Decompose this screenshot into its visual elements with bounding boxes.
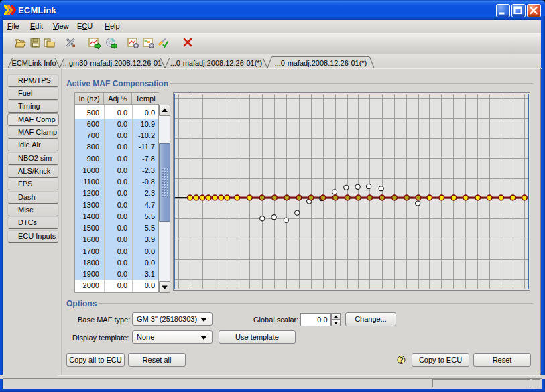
svg-text:...gm30-mafadj.2008.12.26-01: ...gm30-mafadj.2008.12.26-01	[63, 59, 162, 67]
svg-text:...0-mafadj.2008.12.26-01(*): ...0-mafadj.2008.12.26-01(*)	[170, 59, 263, 67]
svg-text:?: ?	[399, 356, 403, 364]
svg-text:ECMLink Info: ECMLink Info	[11, 59, 56, 67]
svg-text:...0-mafadj.2008.12.26-01(*): ...0-mafadj.2008.12.26-01(*)	[275, 59, 367, 67]
